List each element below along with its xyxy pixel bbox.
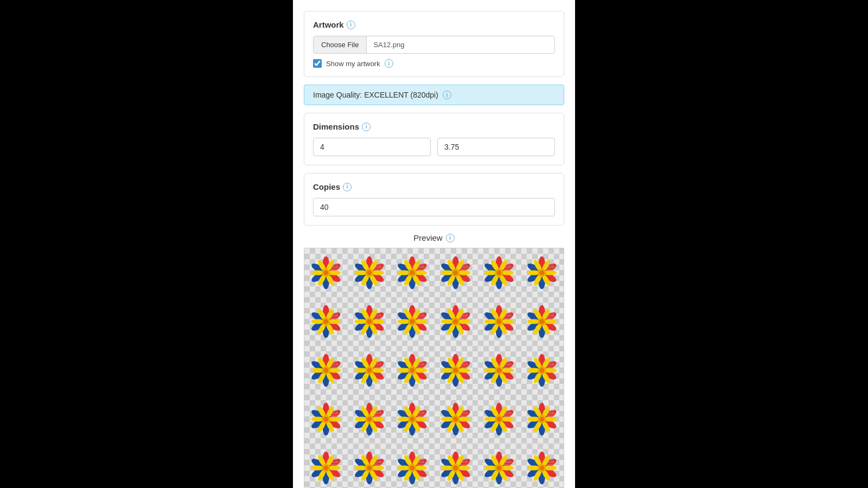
svg-point-67 (453, 270, 458, 275)
svg-text:YOUR: YOUR (330, 265, 338, 268)
preview-area: I SEE YOUR TRUE colors (304, 248, 564, 488)
svg-text:I SEE: I SEE (417, 262, 424, 265)
svg-text:TRUE: TRUE (373, 415, 381, 418)
svg-text:colors: colors (417, 419, 423, 421)
svg-text:I SEE: I SEE (546, 457, 554, 460)
svg-text:colors: colors (330, 321, 336, 324)
artwork-section: Artwork i Choose File SA12.png Show my a… (304, 11, 564, 77)
svg-text:colors: colors (417, 321, 423, 324)
svg-text:YOUR: YOUR (503, 314, 511, 317)
choose-file-button[interactable]: Choose File (314, 36, 367, 53)
svg-text:I SEE: I SEE (503, 262, 510, 265)
svg-text:I SEE: I SEE (330, 457, 337, 460)
show-artwork-row: Show my artwork i (313, 59, 555, 68)
svg-text:I SEE: I SEE (417, 359, 424, 363)
svg-text:colors: colors (459, 370, 466, 373)
svg-text:YOUR: YOUR (459, 412, 468, 415)
svg-point-409 (496, 416, 501, 421)
svg-text:YOUR: YOUR (417, 314, 425, 317)
copies-title: Copies i (313, 182, 555, 191)
preview-header: Preview i (304, 233, 564, 242)
svg-text:TRUE: TRUE (503, 268, 511, 272)
svg-text:TRUE: TRUE (459, 317, 468, 320)
svg-text:YOUR: YOUR (459, 314, 468, 317)
svg-text:YOUR: YOUR (417, 460, 425, 464)
svg-point-319 (540, 368, 545, 373)
dimensions-inputs-row (313, 138, 555, 156)
sticker-item: I SEE YOUR TRUE colors (304, 248, 348, 297)
artwork-info-icon[interactable]: i (347, 21, 355, 29)
svg-text:colors: colors (373, 370, 380, 373)
svg-text:YOUR: YOUR (546, 412, 554, 415)
copies-label: Copies (313, 182, 340, 191)
svg-point-391 (453, 416, 458, 421)
svg-point-283 (453, 368, 458, 373)
svg-point-157 (410, 319, 415, 324)
svg-text:I SEE: I SEE (330, 311, 337, 314)
dimensions-section: Dimensions i (304, 113, 564, 165)
svg-text:YOUR: YOUR (503, 265, 511, 268)
svg-text:colors: colors (459, 419, 466, 421)
sticker-item: I SEE YOUR TRUE colors (520, 346, 564, 395)
svg-text:YOUR: YOUR (546, 460, 554, 464)
sticker-item: I SEE YOUR TRUE colors (434, 248, 477, 297)
svg-text:YOUR: YOUR (373, 265, 381, 268)
svg-text:TRUE: TRUE (330, 464, 338, 467)
sticker-item: I SEE YOUR TRUE colors (391, 395, 434, 444)
show-artwork-info-icon[interactable]: i (385, 59, 393, 68)
preview-canvas: I SEE YOUR TRUE colors (304, 248, 564, 488)
svg-point-13 (323, 270, 328, 275)
svg-text:I SEE: I SEE (417, 311, 424, 314)
svg-text:TRUE: TRUE (459, 366, 468, 369)
width-input[interactable] (313, 138, 431, 156)
svg-text:TRUE: TRUE (546, 366, 554, 369)
svg-text:I SEE: I SEE (373, 359, 381, 363)
svg-text:YOUR: YOUR (459, 265, 468, 268)
svg-text:colors: colors (546, 419, 553, 421)
preview-label: Preview (413, 233, 442, 242)
sticker-item: I SEE YOUR TRUE colors (477, 395, 521, 444)
sticker-item: I SEE YOUR TRUE colors (348, 248, 391, 297)
svg-point-445 (323, 465, 328, 470)
sticker-item: I SEE YOUR TRUE colors (391, 248, 434, 297)
sticker-item: I SEE YOUR TRUE colors (304, 346, 348, 395)
dimensions-info-icon[interactable]: i (362, 123, 371, 131)
show-artwork-checkbox[interactable] (313, 59, 322, 68)
quality-banner: Image Quality: EXCELLENT (820dpi) i (304, 85, 564, 105)
svg-text:TRUE: TRUE (546, 268, 554, 272)
svg-text:YOUR: YOUR (330, 363, 338, 366)
svg-text:TRUE: TRUE (417, 268, 425, 272)
svg-text:colors: colors (330, 370, 336, 373)
copies-info-icon[interactable]: i (343, 183, 352, 191)
svg-text:TRUE: TRUE (373, 268, 381, 272)
svg-text:TRUE: TRUE (503, 366, 511, 369)
svg-text:YOUR: YOUR (417, 363, 425, 366)
svg-point-31 (367, 270, 372, 275)
svg-text:I SEE: I SEE (503, 311, 510, 314)
svg-text:colors: colors (546, 321, 553, 324)
svg-text:I SEE: I SEE (330, 359, 337, 363)
quality-info-icon[interactable]: i (443, 91, 451, 99)
svg-text:YOUR: YOUR (373, 460, 381, 464)
copies-input[interactable] (313, 198, 555, 216)
svg-text:I SEE: I SEE (459, 408, 467, 412)
svg-text:colors: colors (459, 321, 466, 324)
svg-text:I SEE: I SEE (330, 262, 337, 265)
height-input[interactable] (437, 138, 555, 156)
svg-point-85 (496, 270, 501, 275)
svg-text:colors: colors (417, 370, 423, 373)
sticker-item: I SEE YOUR TRUE colors (434, 297, 477, 346)
svg-text:I SEE: I SEE (459, 359, 467, 363)
artwork-label: Artwork (313, 20, 344, 29)
preview-info-icon[interactable]: i (446, 234, 455, 242)
svg-point-193 (496, 319, 501, 324)
svg-text:TRUE: TRUE (330, 268, 338, 272)
svg-point-427 (540, 416, 545, 421)
sticker-item: I SEE YOUR TRUE colors (477, 297, 521, 346)
svg-point-211 (540, 319, 545, 324)
artwork-title: Artwork i (313, 20, 555, 29)
svg-text:I SEE: I SEE (459, 457, 467, 460)
svg-text:TRUE: TRUE (546, 415, 554, 418)
svg-text:colors: colors (330, 419, 336, 421)
svg-text:I SEE: I SEE (503, 457, 510, 460)
